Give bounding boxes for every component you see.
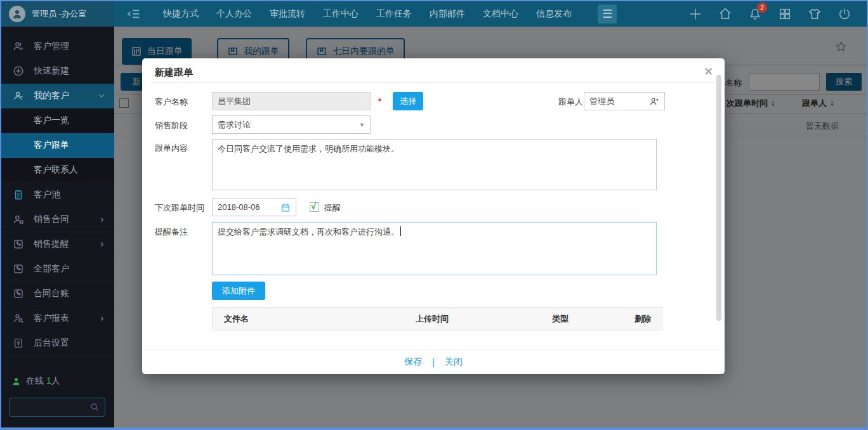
nav-item-mail[interactable]: 内部邮件 (430, 8, 465, 20)
sidebar-item-sales-contract[interactable]: 销售合同 (1, 207, 114, 232)
sidebar-item-customer-list[interactable]: 客户一览 (1, 108, 114, 133)
sidebar-item-customer-report[interactable]: 客户报表 (1, 306, 114, 331)
collapse-menu-icon[interactable] (127, 7, 141, 21)
attachment-col-upload-time: 上传时间 (416, 313, 552, 325)
nav-item-docs[interactable]: 文档中心 (483, 8, 518, 20)
sidebar: 客户管理 快速新建 我的客户 客户一览 客户跟单 客户联系人 客户池 销售合同 … (1, 27, 114, 429)
sidebar-item-sales-reminder[interactable]: 销售提醒 (1, 232, 114, 257)
notification-badge: 2 (757, 3, 767, 13)
sidebar-item-contract-ledger[interactable]: 合同台账 (1, 282, 114, 306)
user-document-icon (13, 214, 25, 225)
phone-icon (13, 288, 25, 299)
nav-item-personal[interactable]: 个人办公 (216, 8, 252, 20)
apps-grid-icon[interactable] (778, 7, 792, 21)
customer-name-input[interactable]: 昌平集团 (212, 92, 371, 110)
next-follow-time-label: 下次跟单时间 (155, 202, 204, 214)
online-count: 1 (46, 375, 51, 386)
nav-item-tasks[interactable]: 工作任务 (376, 8, 412, 20)
nav-item-news[interactable]: 信息发布 (536, 8, 572, 20)
nav-item-approval[interactable]: 审批流转 (270, 8, 305, 20)
add-person-icon[interactable] (649, 96, 659, 107)
sidebar-item-backend-settings[interactable]: 后台设置 (1, 331, 114, 356)
home-icon[interactable] (718, 7, 732, 21)
remark-textarea[interactable]: 提交给客户需求调研文档，再次和客户进行沟通。 (212, 222, 657, 275)
follower-input[interactable]: 管理员 (584, 92, 665, 110)
chevron-right-icon (98, 241, 105, 248)
chevron-right-icon (98, 315, 105, 322)
choose-customer-button[interactable]: 选择 (393, 92, 423, 110)
remind-label: 提醒 (324, 202, 341, 214)
attachment-col-type: 类型 (552, 313, 635, 325)
sidebar-item-customer-contacts[interactable]: 客户联系人 (1, 158, 114, 183)
chevron-down-icon (98, 92, 105, 100)
top-navbar: 管理员 -办公室 快捷方式 个人办公 审批流转 工作中心 工作任务 内部邮件 文… (1, 1, 867, 27)
sidebar-item-customer-follow[interactable]: 客户跟单 (1, 133, 114, 158)
nav-item-workcenter[interactable]: 工作中心 (323, 8, 358, 20)
user-icon (13, 90, 25, 101)
notifications-bell-icon[interactable]: 2 (748, 7, 762, 21)
add-attachment-button[interactable]: 添加附件 (212, 282, 265, 300)
logout-power-icon[interactable] (838, 7, 852, 21)
attachment-col-delete: 删除 (635, 313, 662, 325)
calendar-icon[interactable] (280, 202, 291, 212)
phone-icon (13, 263, 25, 275)
add-icon[interactable] (688, 7, 702, 21)
attachment-table-header: 文件名 上传时间 类型 删除 (212, 307, 662, 330)
follow-content-textarea[interactable]: 今日同客户交流了使用需求，明确所用功能模块。 (212, 139, 657, 190)
settings-ledger-icon (13, 337, 25, 349)
user-avatar-icon (9, 6, 25, 22)
close-icon[interactable]: ✕ (704, 65, 713, 79)
sidebar-search-input[interactable] (9, 398, 105, 417)
hamburger-menu-icon[interactable]: ☰ (598, 4, 617, 23)
text-cursor (400, 226, 401, 236)
main-menu: 快捷方式 个人办公 审批流转 工作中心 工作任务 内部邮件 文档中心 信息发布 (163, 1, 572, 27)
chevron-right-icon (98, 216, 105, 223)
follow-content-label: 跟单内容 (155, 143, 188, 154)
follower-label: 跟单人 (558, 96, 583, 108)
plus-circle-icon (13, 65, 25, 77)
sidebar-item-my-customers[interactable]: 我的客户 (1, 84, 114, 108)
phone-icon (13, 238, 25, 250)
sales-stage-label: 销售阶段 (155, 120, 188, 131)
check-icon: √ (311, 200, 316, 211)
online-user-icon (11, 377, 21, 386)
search-icon (89, 402, 100, 412)
sidebar-item-all-customers[interactable]: 全部客户 (1, 257, 114, 282)
user-panel[interactable]: 管理员 -办公室 (1, 1, 114, 27)
clipboard-icon (13, 189, 25, 200)
required-asterisk: * (378, 96, 381, 106)
save-button[interactable]: 保存 (404, 356, 422, 368)
new-follow-modal: 新建跟单 ✕ 客户名称 昌平集团 * 选择 跟单人 管理员 销售阶段 需求讨论 … (142, 58, 725, 374)
customer-name-label: 客户名称 (155, 96, 188, 108)
attachment-col-filename: 文件名 (213, 313, 416, 325)
sidebar-item-customer-pool[interactable]: 客户池 (1, 183, 114, 207)
dropdown-caret-icon: ▼ (359, 122, 365, 128)
next-follow-time-input[interactable]: 2018-08-06 (212, 198, 296, 216)
modal-header-divider (151, 82, 716, 83)
remark-label: 提醒备注 (155, 226, 188, 238)
modal-scrollbar[interactable] (716, 75, 721, 321)
theme-shirt-icon[interactable] (808, 7, 822, 21)
close-button[interactable]: 关闭 (445, 356, 463, 368)
sidebar-item-customer-mgmt[interactable]: 客户管理 (1, 34, 114, 59)
remind-checkbox[interactable]: √ (310, 202, 319, 212)
modal-title: 新建跟单 (155, 67, 193, 79)
online-status: 在线 1人 (11, 375, 60, 387)
nav-item-quick[interactable]: 快捷方式 (163, 8, 199, 20)
user-name: 管理员 -办公室 (32, 8, 86, 20)
modal-footer: 保存 | 关闭 (142, 349, 725, 374)
sales-stage-select[interactable]: 需求讨论 ▼ (212, 115, 371, 134)
sidebar-item-quick-create[interactable]: 快速新建 (1, 59, 114, 84)
users-icon (13, 41, 25, 52)
user-search-icon (13, 313, 25, 324)
footer-separator: | (432, 357, 435, 367)
